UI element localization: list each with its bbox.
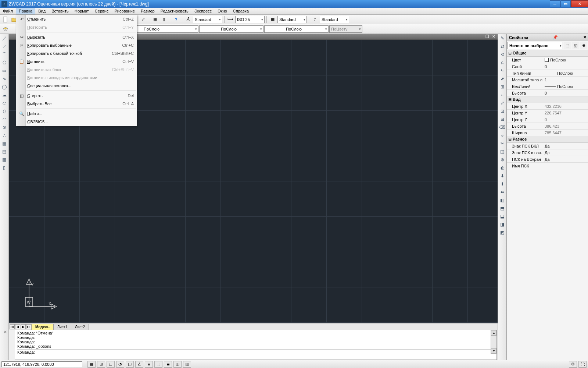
command-prompt[interactable]: Команда: <box>17 350 35 354</box>
menu-правка[interactable]: Правка <box>16 8 35 14</box>
modify-tool-8[interactable]: ⤢ <box>499 99 506 107</box>
prop-value[interactable]: ПоСлою <box>543 70 588 76</box>
prop-row[interactable]: Высота386.423 <box>507 123 588 130</box>
prop-row[interactable]: Масштаб типа л...1 <box>507 77 588 83</box>
dyn-toggle[interactable]: ⬚ <box>154 361 162 368</box>
tab-next-icon[interactable]: ▶ <box>21 324 26 329</box>
modify-tool-18[interactable]: ⬆ <box>499 180 506 188</box>
modify-tool-4[interactable]: ⤷ <box>499 67 506 74</box>
layout-tab[interactable]: Лист2 <box>71 324 89 330</box>
prop-value[interactable]: 0 <box>543 63 588 70</box>
osnap-toggle[interactable]: ▢ <box>126 361 134 368</box>
prop-value[interactable] <box>543 163 588 169</box>
dim-style-combo[interactable]: ISO-25 <box>235 16 265 23</box>
menuitem[interactable]: ⎘Копировать выбранныеCtrl+C <box>16 41 137 49</box>
menu-файл[interactable]: Файл <box>0 8 16 14</box>
table-style-combo[interactable]: Standard <box>277 16 307 23</box>
plotstyle-combo[interactable]: ПоЦвету <box>329 25 362 33</box>
modify-tool-17[interactable]: ⬇ <box>499 172 506 180</box>
prop-value[interactable]: Да <box>543 149 588 156</box>
menu-вид[interactable]: Вид <box>35 8 49 14</box>
menu-окно[interactable]: Окно <box>215 8 230 14</box>
draw-tool-6[interactable]: ◯ <box>1 83 8 91</box>
modify-tool-24[interactable]: ◩ <box>499 229 506 236</box>
tool-icon[interactable]: ▯ <box>160 15 168 24</box>
draw-tool-13[interactable]: ▦ <box>1 140 8 147</box>
otrack-toggle[interactable]: ∠ <box>135 361 143 368</box>
prop-row[interactable]: ЦветПоСлою <box>507 57 588 63</box>
modify-tool-19[interactable]: ⬌ <box>499 188 506 196</box>
lineweight-combo[interactable]: ПоСлою <box>264 25 329 33</box>
modify-tool-7[interactable]: ↔ <box>499 91 506 99</box>
dim-style-icon[interactable]: ⟼ <box>226 15 234 24</box>
quick-select-icon[interactable]: ⬚ <box>564 42 571 49</box>
cycle-toggle[interactable]: ◫ <box>173 361 182 368</box>
lwt-toggle[interactable]: ≡ <box>145 361 153 368</box>
modify-tool-13[interactable]: ✂ <box>499 140 506 147</box>
menu-размер[interactable]: Размер <box>138 8 158 14</box>
menuitem[interactable]: ↶ОтменитьCtrl+Z <box>16 15 137 23</box>
text-style-icon[interactable]: A <box>184 15 192 24</box>
menu-редактировать[interactable]: Редактировать <box>158 8 191 14</box>
menuitem[interactable]: ✂ВырезатьCtrl+X <box>16 33 137 41</box>
linetype-combo[interactable]: ПоСлою <box>199 25 263 33</box>
modify-tool-5[interactable]: ⬈ <box>499 75 506 82</box>
prop-row[interactable]: Знак ПСК ВКЛДа <box>507 143 588 149</box>
prop-row[interactable]: Центр Y226.7547 <box>507 110 588 116</box>
ortho-toggle[interactable]: ∟ <box>107 361 115 368</box>
scrollbar[interactable]: ▴▾ <box>491 330 496 354</box>
draw-tool-1[interactable]: ⟋ <box>1 43 8 50</box>
menuitem[interactable]: GB2BIG5... <box>16 118 137 126</box>
modify-tool-1[interactable]: ⇄ <box>499 43 506 50</box>
modify-tool-2[interactable]: ⟲ <box>499 51 506 58</box>
modify-tool-21[interactable]: ⬒ <box>499 205 506 212</box>
model-toggle[interactable]: ≣ <box>164 361 172 368</box>
prop-value[interactable]: 0 <box>543 90 588 96</box>
modify-tool-11[interactable]: ⌫ <box>499 124 506 131</box>
draw-tool-16[interactable]: ▯ <box>1 164 8 171</box>
modify-tool-0[interactable]: ✎ <box>499 35 506 42</box>
pin-icon[interactable]: 📌 <box>552 35 558 40</box>
prop-row[interactable]: Имя ПСК <box>507 163 588 169</box>
draw-tool-7[interactable]: ☁ <box>1 91 8 99</box>
prop-row[interactable]: Центр X432.2216 <box>507 103 588 110</box>
close-button[interactable]: ✕ <box>571 0 588 7</box>
modify-tool-20[interactable]: ◧ <box>499 197 506 204</box>
menuitem[interactable]: ◫СтеретьDel <box>16 92 137 100</box>
modify-tool-10[interactable]: ⊟ <box>499 116 506 123</box>
menuitem[interactable]: Копировать с базовой точкойCtrl+Shift+C <box>16 49 137 57</box>
multileader-combo[interactable]: Standard <box>320 16 349 23</box>
doc-restore-icon[interactable]: ❐ <box>485 34 489 39</box>
draw-tool-0[interactable]: ／ <box>1 35 8 42</box>
text-style-combo[interactable]: Standard <box>193 16 222 23</box>
fullscreen-icon[interactable]: ⛶ <box>578 361 587 368</box>
doc-minimize-icon[interactable]: ─ <box>480 35 483 39</box>
command-history[interactable]: ▴▾ Команда: *Отмена*Команда:Команда:Кома… <box>15 330 497 360</box>
modify-tool-12[interactable]: ⟐ <box>499 132 506 139</box>
menuitem[interactable]: 📋ВставитьCtrl+V <box>16 57 137 66</box>
menu-справка[interactable]: Справка <box>230 8 252 14</box>
modify-tool-6[interactable]: ⊞ <box>499 83 506 91</box>
modify-tool-16[interactable]: ◐ <box>499 164 506 171</box>
layout-tab[interactable]: Модель <box>31 324 54 330</box>
tab-first-icon[interactable]: ⏮ <box>10 324 15 329</box>
draw-tool-15[interactable]: ▦ <box>1 156 8 163</box>
menuitem[interactable]: Выбрать ВсеCtrl+A <box>16 100 137 108</box>
draw-tool-9[interactable]: ⬯ <box>1 107 8 115</box>
cmd-close-icon[interactable]: ✕ <box>4 330 7 335</box>
layout-tab[interactable]: Лист1 <box>53 324 71 330</box>
prop-value[interactable]: Да <box>543 156 588 162</box>
new-button[interactable] <box>1 15 10 24</box>
modify-tool-9[interactable]: ⊡ <box>499 107 506 115</box>
draw-tool-5[interactable]: ∿ <box>1 75 8 82</box>
menuitem[interactable]: Специальная вставка... <box>16 82 137 90</box>
coordinates-readout[interactable]: 121.7918, 418.9728, 0.0000 <box>1 361 82 367</box>
prop-group[interactable]: Общие <box>507 50 588 57</box>
draw-tool-2[interactable]: ⌒ <box>1 51 8 58</box>
prop-row[interactable]: Тип линииПоСлою <box>507 70 588 77</box>
prop-row[interactable]: Высота0 <box>507 90 588 96</box>
prop-value[interactable]: ПоСлою <box>543 83 588 89</box>
draw-tool-12[interactable]: ∴ <box>1 132 8 139</box>
snap-toggle[interactable]: ▦ <box>87 361 96 368</box>
menuitem[interactable]: 🔍Найти... <box>16 110 137 118</box>
